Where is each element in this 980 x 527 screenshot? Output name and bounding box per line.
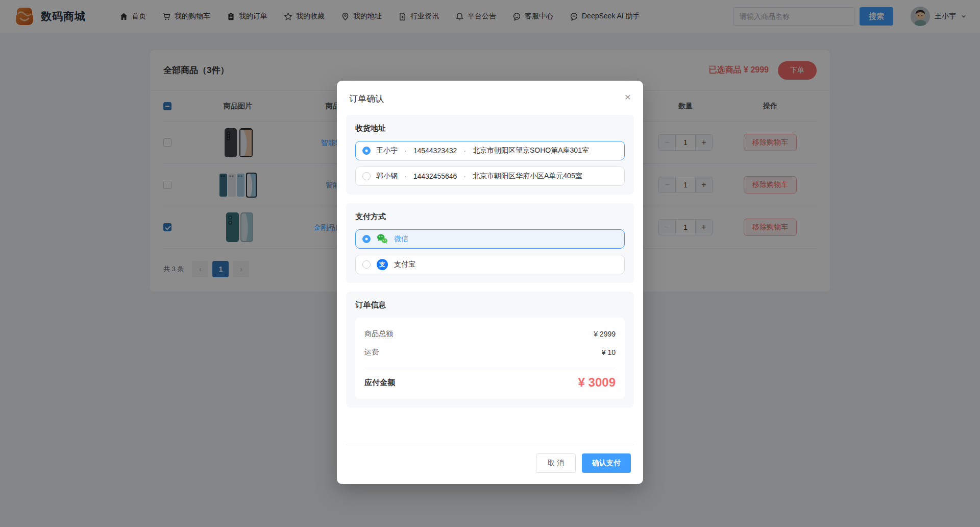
address-section: 收货地址 王小宇 · 14544323432 · 北京市朝阳区望京SOHO第A座… — [346, 115, 634, 195]
order-row-total: 应付金额 ¥ 3009 — [364, 370, 616, 390]
divider — [364, 368, 616, 368]
radio-icon — [362, 260, 371, 269]
radio-icon — [362, 172, 371, 180]
address-phone: 14544323432 — [413, 147, 457, 155]
address-detail: 北京市朝阳区望京SOHO第A座301室 — [473, 146, 589, 155]
order-info-section: 订单信息 商品总额 ¥ 2999 运费 ¥ 10 应付金额 ¥ 3009 — [346, 292, 634, 408]
modal-footer: 取 消 确认支付 — [346, 445, 634, 484]
address-option[interactable]: 郭小钢 · 14432455646 · 北京市朝阳区华府小区A单元405室 — [355, 166, 625, 186]
cancel-button[interactable]: 取 消 — [536, 453, 576, 473]
order-row-shipping: 运费 ¥ 10 — [364, 343, 616, 362]
address-option[interactable]: 王小宇 · 14544323432 · 北京市朝阳区望京SOHO第A座301室 — [355, 141, 625, 160]
payment-label: 支付宝 — [394, 260, 415, 269]
address-phone: 14432455646 — [413, 172, 457, 180]
total-amount: ¥ 3009 — [578, 375, 616, 390]
order-summary-card: 商品总额 ¥ 2999 运费 ¥ 10 应付金额 ¥ 3009 — [355, 318, 625, 399]
radio-icon — [362, 235, 371, 243]
radio-icon — [362, 147, 371, 155]
payment-section: 支付方式 微信 支 支付宝 — [346, 203, 634, 283]
address-name: 王小宇 — [376, 146, 398, 155]
payment-label: 微信 — [394, 234, 408, 244]
order-info-heading: 订单信息 — [355, 300, 625, 310]
close-icon[interactable]: × — [625, 93, 631, 101]
modal-title: 订单确认 — [349, 93, 384, 105]
payment-option-wechat[interactable]: 微信 — [355, 229, 625, 249]
wechat-icon — [376, 233, 388, 245]
address-detail: 北京市朝阳区华府小区A单元405室 — [473, 172, 582, 181]
address-heading: 收货地址 — [355, 124, 625, 133]
svg-text:支: 支 — [379, 261, 385, 268]
confirm-pay-button[interactable]: 确认支付 — [582, 453, 631, 473]
order-confirm-modal: 订单确认 × 收货地址 王小宇 · 14544323432 · 北京市朝阳区望京… — [337, 81, 643, 484]
alipay-icon: 支 — [376, 258, 388, 271]
payment-heading: 支付方式 — [355, 212, 625, 222]
address-name: 郭小钢 — [376, 172, 398, 181]
order-row-subtotal: 商品总额 ¥ 2999 — [364, 325, 616, 343]
payment-option-alipay[interactable]: 支 支付宝 — [355, 255, 625, 274]
